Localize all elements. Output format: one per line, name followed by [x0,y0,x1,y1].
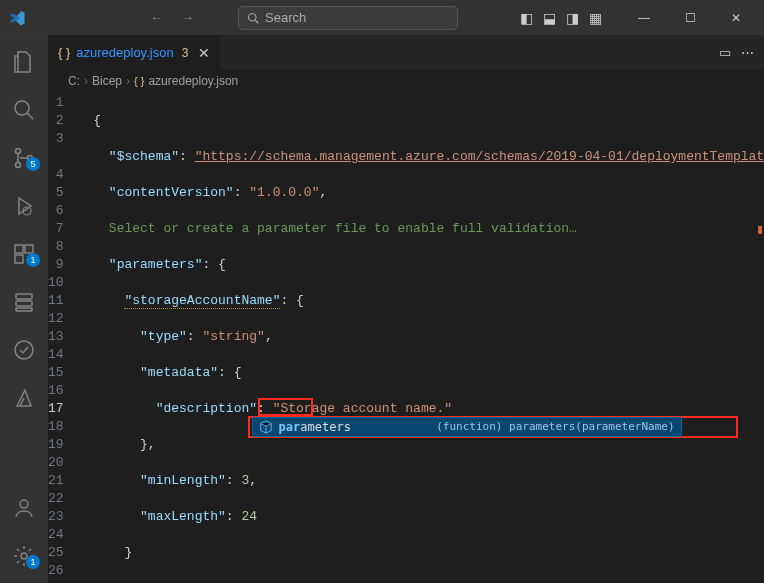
line-number: 24 [48,526,64,544]
line-number: 4 [48,166,64,184]
line-number: 10 [48,274,64,292]
command-search-input[interactable]: Search [238,6,458,30]
line-number: 7 [48,220,64,238]
svg-point-14 [15,341,33,359]
run-debug-icon[interactable] [0,189,48,223]
svg-line-3 [27,113,33,119]
line-number: 20 [48,454,64,472]
chevron-right-icon: › [126,74,130,88]
line-number: 6 [48,202,64,220]
explorer-icon[interactable] [0,45,48,79]
nav-back-button[interactable]: ← [144,8,169,27]
line-number: 18 [48,418,64,436]
settings-icon[interactable]: 1 [0,539,48,573]
tab-filename: azuredeploy.json [76,45,173,60]
window-maximize-button[interactable]: ☐ [670,11,710,25]
source-control-badge: 5 [26,157,40,171]
vscode-logo-icon [8,9,26,27]
svg-point-4 [16,149,21,154]
line-number: 22 [48,490,64,508]
breadcrumb-part: azuredeploy.json [148,74,238,88]
window-minimize-button[interactable]: ― [624,11,664,25]
svg-point-5 [16,163,21,168]
intellisense-rest: ameters [300,418,351,436]
window-close-button[interactable]: ✕ [716,11,756,25]
search-activity-icon[interactable] [0,93,48,127]
account-icon[interactable] [0,491,48,525]
intellisense-hint: (function) parameters(parameterName) [436,418,674,436]
tab-close-button[interactable]: ✕ [198,45,210,61]
tab-modified-badge: 3 [182,46,189,60]
intellisense-match: par [279,418,301,436]
line-number: 11 [48,292,64,310]
svg-rect-8 [15,245,23,253]
svg-rect-11 [16,294,32,299]
layout-grid-icon[interactable]: ▦ [587,8,604,28]
azure-icon[interactable] [0,381,48,415]
line-number: 9 [48,256,64,274]
line-number: 16 [48,382,64,400]
svg-point-2 [15,101,29,115]
line-number: 5 [48,184,64,202]
more-actions-icon[interactable]: ⋯ [741,45,754,60]
line-number [48,148,64,166]
line-number: 13 [48,328,64,346]
method-icon [259,420,273,434]
json-file-icon: { } [134,75,144,87]
svg-rect-12 [16,301,32,306]
line-number: 19 [48,436,64,454]
extensions-icon[interactable]: 1 [0,237,48,271]
testing-icon[interactable] [0,333,48,367]
search-placeholder: Search [265,10,306,25]
svg-point-15 [20,500,28,508]
svg-rect-9 [25,245,33,253]
source-control-icon[interactable]: 5 [0,141,48,175]
line-number: 26 [48,562,64,580]
extensions-badge: 1 [26,253,40,267]
line-number: 14 [48,346,64,364]
minimap-marker [758,226,762,234]
svg-point-0 [249,13,257,21]
json-file-icon: { } [58,45,70,60]
line-number: 12 [48,310,64,328]
chevron-right-icon: › [84,74,88,88]
svg-rect-13 [16,308,32,311]
line-number: 1 [48,94,64,112]
editor-tab[interactable]: { } azuredeploy.json 3 ✕ [48,35,221,70]
line-number: 21 [48,472,64,490]
line-number: 8 [48,238,64,256]
line-number: 23 [48,508,64,526]
line-number: 2 [48,112,64,130]
breadcrumb-part: C: [68,74,80,88]
nav-forward-button[interactable]: → [175,8,200,27]
line-number: 17 [48,400,64,418]
breadcrumb[interactable]: C: › Bicep › { } azuredeploy.json [48,70,764,92]
svg-line-1 [255,20,258,23]
settings-badge: 1 [26,555,40,569]
svg-rect-10 [15,255,23,263]
breadcrumb-part: Bicep [92,74,122,88]
database-icon[interactable] [0,285,48,319]
line-number: 3 [48,130,64,148]
toggle-panel-right-icon[interactable]: ◨ [564,8,581,28]
line-number: 25 [48,544,64,562]
toggle-panel-bottom-icon[interactable]: ⬓ [541,8,558,28]
search-icon [247,12,259,24]
intellisense-popup[interactable]: parameters (function) parameters(paramet… [252,417,682,437]
toggle-panel-left-icon[interactable]: ◧ [518,8,535,28]
code-editor[interactable]: 1234567891011121314151617181920212223242… [48,92,764,583]
split-editor-icon[interactable]: ▭ [719,45,731,60]
line-number: 15 [48,364,64,382]
